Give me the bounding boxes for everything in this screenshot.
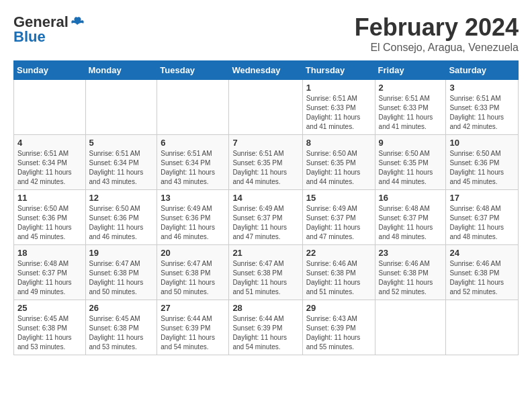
logo-bird-icon bbox=[70, 15, 85, 30]
calendar-cell: 11Sunrise: 6:50 AM Sunset: 6:36 PM Dayli… bbox=[14, 190, 86, 245]
calendar-cell: 18Sunrise: 6:48 AM Sunset: 6:37 PM Dayli… bbox=[14, 245, 86, 300]
day-info: Sunrise: 6:44 AM Sunset: 6:39 PM Dayligh… bbox=[161, 314, 225, 352]
day-number: 16 bbox=[379, 193, 443, 203]
day-number: 9 bbox=[379, 138, 443, 148]
day-header-tuesday: Tuesday bbox=[157, 61, 229, 80]
calendar-header-row: SundayMondayTuesdayWednesdayThursdayFrid… bbox=[14, 61, 519, 80]
day-number: 24 bbox=[449, 248, 515, 258]
day-info: Sunrise: 6:48 AM Sunset: 6:37 PM Dayligh… bbox=[17, 259, 82, 297]
day-info: Sunrise: 6:51 AM Sunset: 6:34 PM Dayligh… bbox=[89, 149, 154, 187]
day-number: 26 bbox=[89, 303, 154, 313]
calendar-cell: 28Sunrise: 6:44 AM Sunset: 6:39 PM Dayli… bbox=[229, 300, 302, 355]
calendar-cell: 13Sunrise: 6:49 AM Sunset: 6:36 PM Dayli… bbox=[157, 190, 229, 245]
day-header-monday: Monday bbox=[85, 61, 157, 80]
day-number: 29 bbox=[306, 303, 371, 313]
calendar-cell bbox=[14, 80, 86, 135]
calendar-cell: 8Sunrise: 6:50 AM Sunset: 6:35 PM Daylig… bbox=[302, 135, 375, 190]
day-number: 23 bbox=[379, 248, 443, 258]
day-info: Sunrise: 6:51 AM Sunset: 6:35 PM Dayligh… bbox=[232, 149, 298, 187]
day-header-thursday: Thursday bbox=[302, 61, 375, 80]
day-info: Sunrise: 6:50 AM Sunset: 6:35 PM Dayligh… bbox=[306, 149, 371, 187]
day-info: Sunrise: 6:51 AM Sunset: 6:33 PM Dayligh… bbox=[379, 94, 443, 132]
calendar-cell: 1Sunrise: 6:51 AM Sunset: 6:33 PM Daylig… bbox=[302, 80, 375, 135]
day-info: Sunrise: 6:46 AM Sunset: 6:38 PM Dayligh… bbox=[449, 259, 515, 297]
calendar-cell: 19Sunrise: 6:47 AM Sunset: 6:38 PM Dayli… bbox=[85, 245, 157, 300]
calendar-cell: 27Sunrise: 6:44 AM Sunset: 6:39 PM Dayli… bbox=[157, 300, 229, 355]
day-number: 28 bbox=[232, 303, 298, 313]
day-number: 13 bbox=[161, 193, 225, 203]
calendar-cell: 6Sunrise: 6:51 AM Sunset: 6:34 PM Daylig… bbox=[157, 135, 229, 190]
calendar-cell: 5Sunrise: 6:51 AM Sunset: 6:34 PM Daylig… bbox=[85, 135, 157, 190]
day-info: Sunrise: 6:46 AM Sunset: 6:38 PM Dayligh… bbox=[306, 259, 371, 297]
day-number: 18 bbox=[17, 248, 82, 258]
day-info: Sunrise: 6:49 AM Sunset: 6:37 PM Dayligh… bbox=[306, 204, 371, 242]
day-header-saturday: Saturday bbox=[446, 61, 519, 80]
calendar-week-row: 1Sunrise: 6:51 AM Sunset: 6:33 PM Daylig… bbox=[14, 80, 519, 135]
month-title: February 2024 bbox=[355, 13, 519, 42]
day-info: Sunrise: 6:50 AM Sunset: 6:36 PM Dayligh… bbox=[449, 149, 515, 187]
title-area: February 2024 El Consejo, Aragua, Venezu… bbox=[355, 13, 519, 54]
day-info: Sunrise: 6:48 AM Sunset: 6:37 PM Dayligh… bbox=[379, 204, 443, 242]
day-info: Sunrise: 6:48 AM Sunset: 6:37 PM Dayligh… bbox=[449, 204, 515, 242]
day-info: Sunrise: 6:51 AM Sunset: 6:34 PM Dayligh… bbox=[161, 149, 225, 187]
calendar-cell: 7Sunrise: 6:51 AM Sunset: 6:35 PM Daylig… bbox=[229, 135, 302, 190]
day-info: Sunrise: 6:49 AM Sunset: 6:36 PM Dayligh… bbox=[161, 204, 225, 242]
day-info: Sunrise: 6:44 AM Sunset: 6:39 PM Dayligh… bbox=[232, 314, 298, 352]
location-title: El Consejo, Aragua, Venezuela bbox=[355, 42, 519, 54]
day-number: 27 bbox=[161, 303, 225, 313]
day-number: 2 bbox=[379, 83, 443, 93]
day-number: 12 bbox=[89, 193, 154, 203]
calendar-week-row: 25Sunrise: 6:45 AM Sunset: 6:38 PM Dayli… bbox=[14, 300, 519, 355]
day-header-wednesday: Wednesday bbox=[229, 61, 302, 80]
day-info: Sunrise: 6:50 AM Sunset: 6:36 PM Dayligh… bbox=[17, 204, 82, 242]
day-info: Sunrise: 6:49 AM Sunset: 6:37 PM Dayligh… bbox=[232, 204, 298, 242]
day-number: 21 bbox=[232, 248, 298, 258]
calendar-cell: 24Sunrise: 6:46 AM Sunset: 6:38 PM Dayli… bbox=[446, 245, 519, 300]
day-number: 11 bbox=[17, 193, 82, 203]
calendar-cell: 29Sunrise: 6:43 AM Sunset: 6:39 PM Dayli… bbox=[302, 300, 375, 355]
day-info: Sunrise: 6:50 AM Sunset: 6:36 PM Dayligh… bbox=[89, 204, 154, 242]
day-number: 14 bbox=[232, 193, 298, 203]
day-number: 4 bbox=[17, 138, 82, 148]
calendar-cell: 4Sunrise: 6:51 AM Sunset: 6:34 PM Daylig… bbox=[14, 135, 86, 190]
logo-blue: Blue bbox=[13, 28, 46, 46]
day-info: Sunrise: 6:51 AM Sunset: 6:33 PM Dayligh… bbox=[306, 94, 371, 132]
calendar-cell: 15Sunrise: 6:49 AM Sunset: 6:37 PM Dayli… bbox=[302, 190, 375, 245]
day-info: Sunrise: 6:50 AM Sunset: 6:35 PM Dayligh… bbox=[379, 149, 443, 187]
day-header-friday: Friday bbox=[375, 61, 446, 80]
day-number: 8 bbox=[306, 138, 371, 148]
day-number: 22 bbox=[306, 248, 371, 258]
calendar-cell: 22Sunrise: 6:46 AM Sunset: 6:38 PM Dayli… bbox=[302, 245, 375, 300]
calendar-cell: 20Sunrise: 6:47 AM Sunset: 6:38 PM Dayli… bbox=[157, 245, 229, 300]
calendar-cell bbox=[157, 80, 229, 135]
day-info: Sunrise: 6:47 AM Sunset: 6:38 PM Dayligh… bbox=[89, 259, 154, 297]
calendar-cell bbox=[375, 300, 446, 355]
day-info: Sunrise: 6:45 AM Sunset: 6:38 PM Dayligh… bbox=[17, 314, 82, 352]
day-number: 7 bbox=[232, 138, 298, 148]
calendar-cell: 2Sunrise: 6:51 AM Sunset: 6:33 PM Daylig… bbox=[375, 80, 446, 135]
day-number: 6 bbox=[161, 138, 225, 148]
calendar-cell: 17Sunrise: 6:48 AM Sunset: 6:37 PM Dayli… bbox=[446, 190, 519, 245]
logo: General Blue bbox=[13, 13, 85, 46]
day-info: Sunrise: 6:47 AM Sunset: 6:38 PM Dayligh… bbox=[161, 259, 225, 297]
calendar-week-row: 11Sunrise: 6:50 AM Sunset: 6:36 PM Dayli… bbox=[14, 190, 519, 245]
calendar-week-row: 4Sunrise: 6:51 AM Sunset: 6:34 PM Daylig… bbox=[14, 135, 519, 190]
calendar-cell: 23Sunrise: 6:46 AM Sunset: 6:38 PM Dayli… bbox=[375, 245, 446, 300]
day-info: Sunrise: 6:43 AM Sunset: 6:39 PM Dayligh… bbox=[306, 314, 371, 352]
calendar-cell: 9Sunrise: 6:50 AM Sunset: 6:35 PM Daylig… bbox=[375, 135, 446, 190]
day-number: 19 bbox=[89, 248, 154, 258]
calendar-cell bbox=[229, 80, 302, 135]
day-info: Sunrise: 6:51 AM Sunset: 6:34 PM Dayligh… bbox=[17, 149, 82, 187]
day-info: Sunrise: 6:47 AM Sunset: 6:38 PM Dayligh… bbox=[232, 259, 298, 297]
day-number: 10 bbox=[449, 138, 515, 148]
day-info: Sunrise: 6:45 AM Sunset: 6:38 PM Dayligh… bbox=[89, 314, 154, 352]
calendar-cell: 21Sunrise: 6:47 AM Sunset: 6:38 PM Dayli… bbox=[229, 245, 302, 300]
day-number: 1 bbox=[306, 83, 371, 93]
day-info: Sunrise: 6:51 AM Sunset: 6:33 PM Dayligh… bbox=[449, 94, 515, 132]
day-number: 25 bbox=[17, 303, 82, 313]
calendar-cell: 25Sunrise: 6:45 AM Sunset: 6:38 PM Dayli… bbox=[14, 300, 86, 355]
day-number: 17 bbox=[449, 193, 515, 203]
calendar-cell bbox=[85, 80, 157, 135]
day-header-sunday: Sunday bbox=[14, 61, 86, 80]
calendar-cell: 16Sunrise: 6:48 AM Sunset: 6:37 PM Dayli… bbox=[375, 190, 446, 245]
